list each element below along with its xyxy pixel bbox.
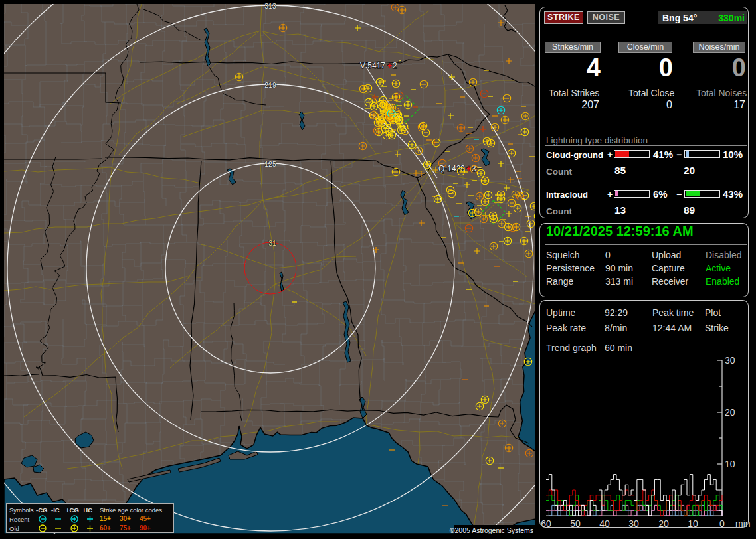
svg-text:219: 219	[264, 81, 276, 89]
svg-text:30: 30	[628, 518, 639, 529]
svg-text:60: 60	[541, 518, 551, 529]
svg-text:10: 10	[725, 459, 735, 469]
svg-text:31: 31	[268, 239, 276, 247]
svg-text:50: 50	[570, 518, 581, 529]
svg-text:313: 313	[264, 2, 276, 10]
svg-text:20: 20	[725, 407, 735, 418]
svg-text:0: 0	[719, 518, 725, 529]
svg-text:40: 40	[599, 518, 610, 529]
svg-text:10: 10	[688, 518, 698, 529]
svg-text:min: min	[735, 518, 751, 529]
svg-text:30: 30	[725, 355, 735, 366]
svg-text:125: 125	[264, 160, 276, 168]
svg-text:20: 20	[658, 518, 669, 529]
